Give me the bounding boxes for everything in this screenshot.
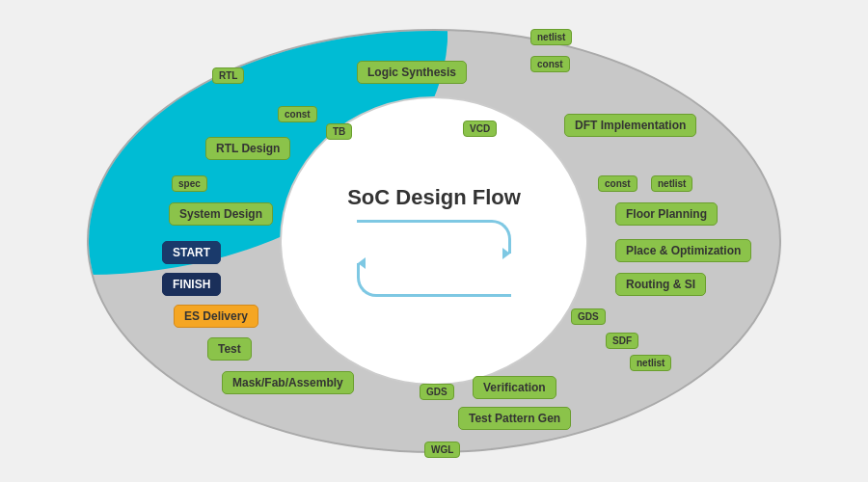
test-pattern-label: Test Pattern Gen <box>458 407 571 430</box>
netlist3-label: netlist <box>630 355 671 371</box>
tb-label: TB <box>326 123 352 140</box>
const1-label: const <box>278 106 317 122</box>
mask-fab-label: Mask/Fab/Assembly <box>222 371 354 394</box>
gds1-label: GDS <box>420 384 454 400</box>
rtl-label: RTL <box>212 67 244 84</box>
arrows <box>338 220 530 297</box>
diagram-container: SoC Design Flow netlist const Logic Synt… <box>19 10 849 472</box>
start-label[interactable]: START <box>162 241 221 264</box>
logic-synthesis-label: Logic Synthesis <box>357 61 467 84</box>
test-label: Test <box>207 337 252 361</box>
arrow-top-icon <box>357 220 511 254</box>
place-opt-label: Place & Optimization <box>615 239 751 262</box>
es-delivery-label: ES Delivery <box>174 305 258 328</box>
vcd-label: VCD <box>463 120 497 137</box>
inner-circle: SoC Design Flow <box>280 96 588 386</box>
const2-label: const <box>530 56 570 72</box>
finish-label[interactable]: FINISH <box>162 273 221 296</box>
spec-label: spec <box>172 175 207 192</box>
sdf-label: SDF <box>606 333 638 349</box>
routing-label: Routing & SI <box>615 273 706 296</box>
netlist2-label: netlist <box>651 175 692 192</box>
netlist1-label: netlist <box>530 29 572 45</box>
verification-label: Verification <box>473 376 556 399</box>
rtl-design-label: RTL Design <box>205 137 290 160</box>
floor-planning-label: Floor Planning <box>615 202 718 226</box>
system-design-label: System Design <box>169 202 273 226</box>
gds2-label: GDS <box>571 308 606 325</box>
dft-label: DFT Implementation <box>564 114 696 137</box>
center-title: SoC Design Flow <box>347 185 521 210</box>
arrow-bottom-icon <box>357 263 511 297</box>
wgl-label: WGL <box>424 442 460 458</box>
const3-label: const <box>598 175 637 192</box>
